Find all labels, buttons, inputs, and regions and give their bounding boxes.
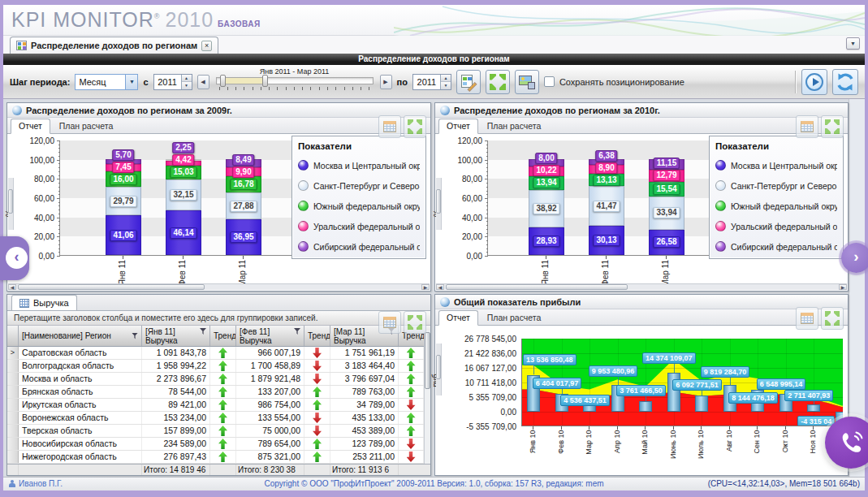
table-row[interactable]: Брянская область78 544,00133 207,00789 7… (7, 386, 430, 399)
table-row[interactable]: >Саратовская область1 091 843,78966 007,… (7, 347, 430, 360)
expand-panels-button[interactable] (486, 70, 510, 94)
column-header-feb[interactable]: [Фев 11] Выручка (236, 326, 304, 346)
filter-icon[interactable] (200, 328, 206, 335)
legend-item[interactable]: Уральский федеральный округ (298, 216, 420, 236)
legend-item[interactable]: Москва и Центральный округ (298, 155, 420, 175)
period-range-slider[interactable]: Янв 2011 - Мар 2011 (214, 67, 375, 97)
spin-up-icon[interactable]: ▲ (182, 75, 192, 83)
vertical-scrollbar[interactable] (8, 178, 14, 230)
horizontal-scrollbar[interactable]: ◀ ▶ (8, 283, 430, 290)
slider-left-button[interactable]: ◀ (197, 75, 209, 89)
spin-down-icon[interactable]: ▼ (182, 82, 192, 89)
tab-label: Распределение доходов по регионам (31, 41, 197, 50)
save-image-button[interactable] (515, 70, 539, 94)
spin-up-icon[interactable]: ▲ (441, 75, 451, 83)
tab-plan[interactable]: План расчета (480, 119, 549, 133)
profit-bar (639, 401, 652, 412)
panel-revenue-table: Выручка Перетащите заголовок столбца и п… (6, 294, 431, 476)
legend-item[interactable]: Санкт-Петербург и Северо-запад (298, 175, 420, 196)
calendar-settings-button[interactable] (796, 115, 818, 138)
slider-tick (352, 87, 353, 90)
table-row[interactable]: Тверская область157 899,0075 000,00453 3… (7, 425, 430, 438)
tab-plan[interactable]: План расчета (52, 119, 121, 133)
refresh-button[interactable] (832, 69, 858, 95)
legend-item[interactable]: Сибирский федеральный округ (298, 236, 420, 257)
vertical-scrollbar[interactable] (436, 344, 442, 395)
cell-value: 34 789,00 (330, 399, 399, 411)
legend-item[interactable]: Южный федеральный округ (715, 196, 837, 216)
slider-tick (327, 87, 328, 90)
legend-item[interactable]: Санкт-Петербург и Северо-запад (715, 175, 837, 196)
column-header-jan[interactable]: [Янв 11] Выручка (142, 326, 210, 346)
spin-down-icon[interactable]: ▼ (441, 82, 451, 89)
tab-revenue[interactable]: Выручка (11, 295, 77, 310)
to-year-stepper[interactable]: 2011 ▲▼ (412, 74, 451, 90)
scroll-right-icon[interactable]: ▶ (839, 284, 847, 290)
x-axis-labels: Янв 10Фев 10Мар 10Апр 10Май 10Июнь 10Июл… (521, 426, 843, 472)
column-sublabel: Выручка (240, 336, 300, 345)
table-icon (19, 299, 29, 308)
slider-right-button[interactable]: ▶ (380, 75, 392, 89)
group-by-hint[interactable]: Перетащите заголовок столбца и поместите… (7, 311, 430, 326)
filter-icon[interactable] (294, 328, 300, 335)
cell-trend (304, 438, 330, 450)
filter-icon[interactable] (132, 333, 138, 339)
table-vertical-scrollbar[interactable] (424, 331, 430, 464)
column-header-trend[interactable]: Тренд (304, 326, 330, 346)
calendar-settings-button[interactable] (378, 311, 401, 334)
scroll-left-icon[interactable]: ◀ (8, 284, 16, 290)
tab-plan[interactable]: План расчета (480, 311, 549, 325)
legend-item[interactable]: Москва и Центральный округ (715, 155, 837, 175)
resize-panel-button[interactable] (821, 307, 844, 330)
legend-item[interactable]: Уральский федеральный округ (715, 216, 837, 236)
scroll-thumb[interactable] (18, 284, 205, 290)
tab-income-distribution[interactable]: Распределение доходов по регионам × (10, 37, 218, 54)
calendar-settings-button[interactable] (796, 307, 818, 330)
bar-value-label: 46,14 (170, 227, 196, 239)
panel-title: Общий показатель прибыли (454, 297, 581, 307)
run-button[interactable] (801, 69, 827, 95)
resize-panel-button[interactable] (404, 311, 426, 334)
scroll-left-icon[interactable]: ◀ (436, 284, 444, 290)
carousel-prev-button[interactable]: ‹ (0, 236, 29, 280)
trend-down-icon (313, 426, 322, 436)
table-row[interactable]: Нижегородская область276 897,43875 321,0… (7, 451, 430, 464)
tab-report[interactable]: Отчет (438, 310, 478, 326)
calendar-settings-button[interactable] (378, 115, 401, 138)
slider-thumb-start[interactable] (220, 75, 226, 87)
bar-value-label: 29,79 (110, 196, 136, 207)
slider-thumb-end[interactable] (262, 75, 268, 87)
table-row[interactable]: Москва и область2 273 896,671 879 921,48… (7, 373, 430, 386)
to-year-value: 2011 (413, 75, 440, 89)
from-year-stepper[interactable]: 2011 ▲▼ (153, 74, 192, 90)
table-row[interactable]: Новосибирская область234 589,00789 654,0… (7, 438, 430, 451)
table-row[interactable]: Волгоградская область1 958 994,221 700 4… (7, 360, 430, 373)
status-bar: Copyright © ООО "ПрофИтПроект" 2009-2011… (3, 477, 865, 491)
slider-selected-range[interactable] (223, 78, 262, 84)
tab-report[interactable]: Отчет (438, 119, 478, 134)
legend-item[interactable]: Сибирский федеральный округ (715, 236, 837, 257)
carousel-next-button[interactable]: › (841, 243, 868, 273)
close-icon[interactable]: × (201, 41, 212, 51)
column-header-trend[interactable]: Тренд (210, 326, 236, 346)
table-row[interactable]: Воронежская область153 234,00133 554,004… (7, 412, 430, 425)
scroll-thumb[interactable] (446, 284, 628, 290)
tab-list-dropdown-button[interactable]: ▼ (846, 37, 860, 50)
period-step-select[interactable]: Месяц ▼ (75, 74, 138, 90)
table-row[interactable]: Иркутская область89 421,00986 754,0034 7… (7, 399, 430, 412)
resize-panel-button[interactable] (404, 115, 426, 138)
vertical-scrollbar[interactable] (436, 178, 442, 230)
chevron-down-icon[interactable]: ▼ (125, 75, 137, 89)
keep-positioning-checkbox[interactable] (544, 76, 555, 87)
horizontal-scrollbar[interactable]: ◀ ▶ (436, 283, 847, 290)
tab-report[interactable]: Отчет (11, 119, 50, 134)
scroll-thumb[interactable] (425, 332, 430, 389)
slider-track[interactable] (216, 77, 374, 84)
resize-panel-button[interactable] (821, 115, 844, 138)
column-header-region[interactable]: [Наименование] Регион (19, 326, 142, 346)
edit-layout-button[interactable] (456, 70, 481, 94)
scroll-right-icon[interactable]: ▶ (421, 284, 430, 290)
legend-color-icon (298, 180, 309, 191)
legend-item[interactable]: Южный федеральный округ (298, 196, 420, 216)
trend-up-icon (407, 374, 416, 384)
